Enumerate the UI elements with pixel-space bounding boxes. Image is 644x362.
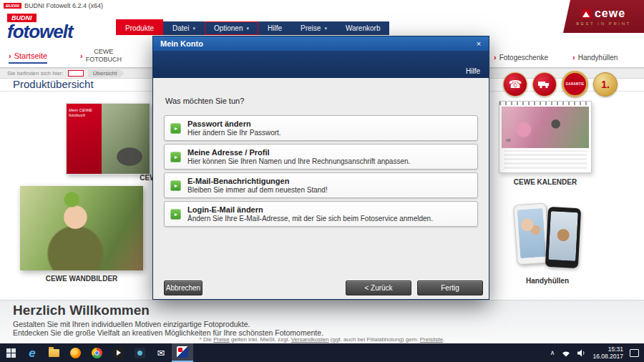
menu-item-preise[interactable]: Preise ▾ — [291, 21, 336, 35]
phone-icon: ☎ — [509, 79, 522, 89]
back-button[interactable]: < Zurück — [346, 280, 411, 295]
nav-item-handyhuellen[interactable]: ›Handyhüllen — [572, 53, 618, 62]
help-link[interactable]: Hilfe — [466, 67, 480, 75]
photos-app-icon — [135, 348, 145, 358]
chevron-down-icon: ▾ — [247, 26, 250, 31]
chevron-down-icon: ▾ — [192, 26, 195, 31]
option-title: Passwort ändern — [187, 119, 281, 129]
fotobuch-pages — [102, 104, 150, 174]
taskbar-icon-explorer[interactable] — [43, 343, 64, 362]
garantie-badge: GARANTIE — [562, 71, 588, 97]
phone-photo — [548, 211, 578, 261]
option-desc: Bleiben Sie immer auf dem neuesten Stand… — [187, 186, 328, 195]
taskbar-icon-photos[interactable] — [129, 343, 150, 362]
welcome-line1: Gestalten Sie mit Ihren individuellen Mo… — [13, 320, 250, 328]
app-logo[interactable]: BUDNI fotowelt — [7, 10, 73, 40]
fotobuch-cover: Mein CEWE fotobuch — [67, 104, 102, 174]
nav-item-startseite[interactable]: ›Startseite — [9, 52, 47, 64]
taskbar-icon-chrome[interactable] — [86, 343, 107, 362]
green-arrow-icon: ► — [170, 180, 181, 191]
network-icon[interactable] — [561, 349, 571, 357]
green-arrow-icon: ► — [170, 209, 181, 220]
phone-photo — [517, 208, 547, 258]
dialog-question: Was möchten Sie tun? — [165, 97, 478, 105]
dialog-body: Was möchten Sie tun? ► Passwort ändern H… — [153, 78, 489, 300]
menu-item-hilfe[interactable]: Hilfe — [258, 21, 291, 35]
breadcrumb-current[interactable]: Übersicht — [88, 69, 125, 77]
cewe-brand-panel: cewe BEST IN PRINT — [563, 0, 644, 33]
account-options: ► Passwort ändern Hier ändern Sie Ihr Pa… — [164, 115, 478, 227]
tray-expand-icon[interactable]: ∧ — [550, 349, 555, 356]
taskbar-icon-firefox[interactable] — [64, 343, 86, 362]
breadcrumb-home-icon[interactable] — [68, 70, 84, 77]
truck-icon — [538, 80, 551, 89]
budni-mini-logo: BUDNI — [4, 3, 21, 9]
preisliste-link[interactable]: Preisliste — [420, 336, 443, 343]
product-label-handyhuellen: Handyhüllen — [501, 277, 594, 285]
versandkosten-link[interactable]: Versandkosten — [291, 336, 329, 343]
preise-link[interactable]: Preise — [213, 336, 230, 343]
award-badge: 1. — [593, 72, 618, 97]
cancel-button[interactable]: Abbrechen — [164, 280, 203, 295]
nav-item-fotogeschenke[interactable]: ›Fotogeschenke — [494, 53, 548, 62]
option-title: Login-E-Mail ändern — [187, 205, 433, 215]
dialog-title: Mein Konto — [160, 39, 472, 48]
phone-case-black — [545, 207, 581, 268]
nav-item-cewe-fotobuch[interactable]: › CEWE FOTOBUCH — [80, 48, 122, 64]
option-email-benachrichtigungen[interactable]: ► E-Mail-Benachrichtigungen Bleiben Sie … — [164, 172, 478, 198]
phone-case-white — [513, 202, 550, 265]
option-login-email-aendern[interactable]: ► Login-E-Mail ändern Ändern Sie Ihre E-… — [164, 201, 478, 227]
taskbar-icon-mail[interactable]: ✉ — [150, 343, 172, 362]
option-desc: Ändern Sie Ihre E-Mail-Adresse, mit der … — [187, 215, 433, 223]
fotowelt-app-icon — [177, 346, 188, 358]
hotline-badge: ☎ — [503, 72, 527, 97]
menu-item-optionen[interactable]: Optionen ▾ — [205, 21, 258, 35]
calendar-spiral — [499, 102, 591, 105]
chevron-right-icon: › — [9, 52, 11, 60]
menu-item-warenkorb[interactable]: Warenkorb — [336, 21, 390, 35]
menu-item-produkte[interactable]: Produkte — [116, 19, 163, 35]
product-image-handyhuellen[interactable] — [501, 202, 594, 270]
fineprint-text: * Die — [200, 336, 214, 343]
menu-label: Warenkorb — [346, 24, 381, 32]
chevron-down-icon: ▾ — [324, 26, 327, 31]
garantie-text: GARANTIE — [566, 82, 585, 86]
mein-konto-dialog: Mein Konto × Hilfe Was möchten Sie tun? … — [152, 36, 489, 300]
fotowelt-logo-text: fotowelt — [7, 23, 73, 40]
menu-label: Optionen — [214, 24, 243, 32]
product-image-fotobuch[interactable]: Mein CEWE fotobuch — [66, 103, 150, 175]
finish-button[interactable]: Fertig — [417, 280, 483, 295]
window-titlebar[interactable]: BUDNI BUDNI Fotowelt 6.2.4 (x64) — [0, 0, 563, 11]
option-passwort-aendern[interactable]: ► Passwort ändern Hier ändern Sie Ihr Pa… — [164, 115, 478, 141]
welcome-section: Herzlich Willkommen Gestalten Sie mit Ih… — [0, 300, 644, 343]
dialog-titlebar[interactable]: Mein Konto × — [153, 36, 489, 51]
fineprint-text: gelten inkl. MwSt. zzgl. — [230, 336, 291, 343]
taskbar: e ✉ ∧ 15:31 16.08.2017 — [0, 343, 644, 362]
taskbar-icon-media[interactable] — [107, 343, 129, 362]
windows-logo-icon — [6, 348, 16, 358]
fineprint-text: . — [443, 336, 444, 343]
quality-badges: ☎ GARANTIE 1. — [503, 71, 618, 97]
firefox-icon — [70, 348, 81, 358]
clock-time: 15:31 — [592, 346, 623, 353]
product-image-kalender[interactable]: 06 — [499, 101, 592, 173]
cewe-name: cewe — [595, 7, 625, 20]
window-title: BUDNI Fotowelt 6.2.4 (x64) — [24, 2, 103, 9]
action-center-icon[interactable] — [630, 349, 639, 357]
taskbar-icon-edge[interactable]: e — [21, 343, 43, 362]
taskbar-icon-fotowelt-active[interactable] — [172, 343, 193, 362]
chevron-right-icon: › — [572, 53, 575, 62]
volume-icon[interactable] — [577, 349, 586, 357]
green-arrow-icon: ► — [170, 123, 181, 134]
taskbar-clock[interactable]: 15:31 16.08.2017 — [592, 346, 623, 360]
close-icon[interactable]: × — [472, 39, 485, 49]
menu-item-datei[interactable]: Datei ▾ — [163, 21, 205, 35]
start-button[interactable] — [0, 343, 21, 362]
clock-date: 16.08.2017 — [592, 353, 623, 360]
product-image-wandbilder[interactable] — [20, 186, 143, 270]
option-title: E-Mail-Benachrichtigungen — [187, 177, 328, 186]
fineprint-text: (ggf. auch bei Filialabholung) gem. — [329, 336, 420, 343]
option-adresse-profil[interactable]: ► Meine Adresse / Profil Hier können Sie… — [164, 144, 478, 170]
edge-icon: e — [29, 347, 35, 359]
menu-label: Produkte — [125, 24, 154, 32]
